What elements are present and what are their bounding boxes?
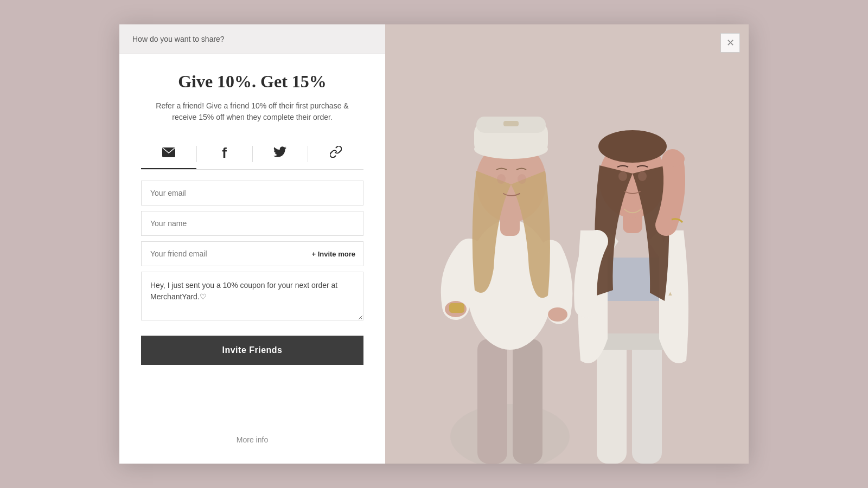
tab-facebook[interactable]: f bbox=[197, 138, 252, 169]
modal-left-panel: How do you want to share? Give 10%. Get … bbox=[119, 24, 385, 464]
svg-rect-3 bbox=[477, 339, 507, 464]
svg-rect-13 bbox=[503, 121, 519, 126]
svg-point-25 bbox=[638, 171, 647, 181]
modal-header-text: How do you want to share? bbox=[132, 35, 225, 43]
tab-twitter[interactable] bbox=[253, 138, 308, 169]
tab-link[interactable] bbox=[308, 138, 363, 169]
friend-email-row: + Invite more bbox=[141, 241, 363, 266]
facebook-icon: f bbox=[222, 145, 227, 162]
invite-friends-button[interactable]: Invite Friends bbox=[141, 336, 363, 365]
modal-overlay: How do you want to share? Give 10%. Get … bbox=[119, 24, 749, 464]
modal-right-panel: ▲ bbox=[385, 24, 749, 464]
modal-title: Give 10%. Get 15% bbox=[178, 72, 327, 92]
svg-point-14 bbox=[497, 174, 506, 184]
svg-point-23 bbox=[598, 130, 667, 163]
email-icon bbox=[162, 146, 175, 160]
modal-subtitle: Refer a friend! Give a friend 10% off th… bbox=[149, 100, 355, 123]
message-textarea[interactable]: Hey, I just sent you a 10% coupon for yo… bbox=[141, 272, 363, 320]
link-icon bbox=[330, 146, 342, 161]
svg-rect-16 bbox=[449, 303, 464, 313]
svg-rect-18 bbox=[632, 339, 662, 464]
modal-header: How do you want to share? bbox=[119, 24, 385, 54]
email-field-group bbox=[141, 181, 363, 206]
more-info-link[interactable]: More info bbox=[237, 425, 268, 453]
close-button[interactable]: ✕ bbox=[720, 33, 740, 53]
svg-rect-17 bbox=[597, 339, 627, 464]
svg-point-24 bbox=[618, 171, 627, 181]
modal-body: Give 10%. Get 15% Refer a friend! Give a… bbox=[119, 54, 385, 464]
svg-text:▲: ▲ bbox=[667, 290, 673, 297]
name-input[interactable] bbox=[141, 211, 363, 236]
svg-point-7 bbox=[548, 307, 567, 322]
name-field-group bbox=[141, 211, 363, 236]
twitter-icon bbox=[273, 146, 286, 160]
message-field-group: Hey, I just sent you a 10% coupon for yo… bbox=[141, 272, 363, 330]
invite-more-button[interactable]: + Invite more bbox=[304, 242, 363, 266]
svg-rect-1 bbox=[385, 24, 749, 464]
friend-email-input[interactable] bbox=[142, 242, 304, 266]
svg-rect-4 bbox=[513, 339, 542, 464]
email-input[interactable] bbox=[141, 181, 363, 206]
svg-point-26 bbox=[663, 151, 685, 167]
tab-email[interactable] bbox=[141, 138, 196, 169]
share-tabs: f bbox=[141, 138, 363, 170]
svg-point-15 bbox=[518, 174, 526, 184]
